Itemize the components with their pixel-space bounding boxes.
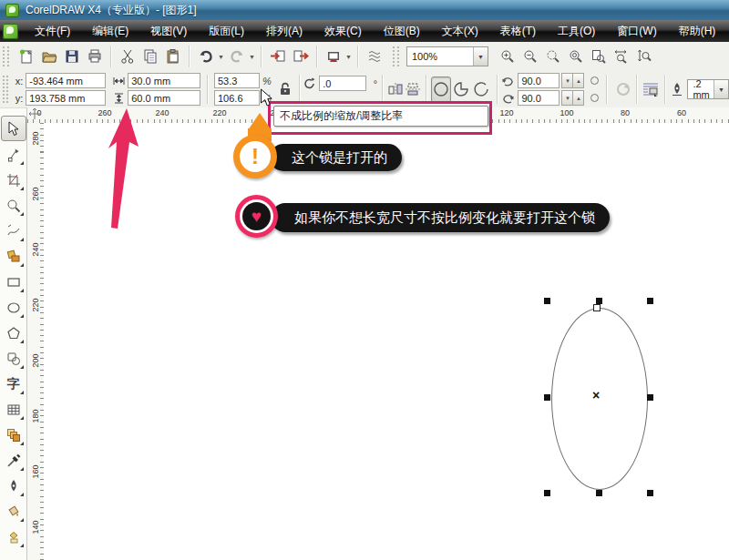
tool-outline-pen[interactable] — [2, 474, 26, 498]
chevron-down-icon[interactable]: ▼ — [714, 80, 728, 98]
object-width-field[interactable]: 30.0 mm — [128, 73, 200, 88]
launcher-dropdown[interactable]: ▼ — [344, 46, 353, 68]
menu-tools[interactable]: 工具(O) — [549, 21, 604, 42]
tool-text[interactable]: 字 — [2, 372, 26, 396]
menu-bitmaps[interactable]: 位图(B) — [375, 21, 429, 42]
menu-window[interactable]: 窗口(W) — [608, 21, 665, 42]
tool-interactive-fill[interactable] — [2, 525, 26, 549]
toolbar-grip[interactable] — [3, 46, 9, 66]
cut-button[interactable] — [116, 46, 139, 68]
application-launcher-button[interactable] — [322, 46, 344, 68]
percent-label: % — [262, 76, 272, 87]
ruler-label: 200 — [31, 353, 40, 368]
pie-mode-button[interactable] — [451, 76, 471, 103]
y-position-field[interactable]: 193.758 mm — [26, 90, 106, 106]
menu-arrange[interactable]: 排列(A) — [257, 21, 312, 42]
clipboard-icon — [165, 48, 181, 65]
new-document-button[interactable] — [15, 46, 37, 68]
spinner-up-icon[interactable]: ▲ — [572, 73, 584, 88]
zoom-out-button[interactable] — [519, 46, 541, 68]
titlebar[interactable]: CorelDRAW X4（专业版）- [图形1] — [0, 0, 729, 21]
tool-crop[interactable] — [2, 168, 26, 192]
ruler-origin-icon[interactable] — [29, 108, 42, 121]
tool-rectangle[interactable] — [2, 270, 26, 294]
tool-zoom[interactable] — [2, 194, 26, 218]
arc-mode-button[interactable] — [471, 76, 491, 103]
ellipse-node[interactable] — [593, 304, 601, 311]
zoom-all-objects-button[interactable] — [564, 46, 587, 68]
copy-button[interactable] — [139, 46, 161, 68]
y-label: y: — [14, 93, 23, 104]
x-position-field[interactable]: -93.464 mm — [26, 73, 106, 88]
menu-help[interactable]: 帮助(H) — [670, 21, 725, 42]
undo-button[interactable] — [194, 46, 217, 68]
undo-dropdown[interactable]: ▼ — [217, 46, 225, 68]
toolbar-grip[interactable] — [393, 46, 399, 66]
tool-smart-fill[interactable] — [2, 245, 26, 269]
export-button[interactable] — [289, 46, 312, 68]
ellipse-mode-button[interactable] — [431, 76, 451, 103]
menu-table[interactable]: 表格(T) — [491, 21, 545, 42]
tool-blend[interactable] — [2, 423, 26, 447]
selection-handle-bottom-left[interactable] — [544, 490, 550, 496]
wrap-text-button[interactable] — [642, 78, 660, 101]
tool-ellipse[interactable] — [2, 296, 26, 320]
mirror-vertical-button[interactable] — [404, 78, 421, 101]
menu-file[interactable]: 文件(F) — [26, 21, 79, 42]
redo-dropdown[interactable]: ▼ — [248, 46, 256, 68]
scale-horizontal-field[interactable]: 53.3 — [214, 73, 260, 88]
zoom-page-width-button[interactable] — [610, 46, 632, 68]
menu-view[interactable]: 视图(V) — [141, 21, 196, 42]
selection-handle-top-right[interactable] — [647, 298, 653, 304]
redo-button[interactable] — [225, 46, 248, 68]
selection-handle-top-center[interactable] — [596, 298, 602, 304]
zoom-in-button[interactable] — [496, 46, 519, 68]
outline-width-combo[interactable]: .2 mm ▼ — [687, 79, 729, 99]
paste-button[interactable] — [161, 46, 184, 68]
zoom-level-combo[interactable]: 100% ▼ — [406, 46, 488, 66]
menu-effects[interactable]: 效果(C) — [315, 21, 371, 42]
rotation-angle-field[interactable]: .0 — [319, 76, 366, 91]
arc-end-angle-field[interactable]: 90.0 — [518, 90, 560, 106]
welcome-screen-button[interactable] — [363, 46, 385, 68]
selection-handle-top-left[interactable] — [544, 298, 550, 304]
chevron-down-icon[interactable]: ▼ — [473, 47, 488, 66]
document-app-icon[interactable] — [3, 24, 18, 39]
tool-basic-shapes[interactable] — [2, 347, 26, 371]
menu-text[interactable]: 文本(X) — [433, 21, 488, 42]
tool-table[interactable] — [2, 398, 26, 422]
scale-ratio-lock-button[interactable] — [277, 78, 294, 101]
mirror-horizontal-button[interactable] — [386, 78, 404, 101]
object-height-field[interactable]: 60.0 mm — [128, 90, 200, 106]
tool-fill[interactable] — [2, 500, 26, 524]
tool-eyedropper[interactable] — [2, 449, 26, 473]
tool-freehand[interactable] — [2, 219, 26, 243]
print-button[interactable] — [83, 46, 106, 68]
scale-vertical-field[interactable]: 106.6 — [214, 90, 260, 106]
zoom-page-height-button[interactable] — [632, 46, 655, 68]
menu-edit[interactable]: 编辑(E) — [83, 21, 138, 42]
import-button[interactable] — [266, 46, 289, 68]
arc-start-angle-field[interactable]: 90.0 — [518, 73, 560, 88]
change-direction-button[interactable] — [614, 78, 631, 101]
selection-handle-middle-left[interactable] — [544, 394, 550, 401]
propbar-separator — [606, 75, 607, 104]
tool-pick[interactable] — [1, 116, 26, 141]
open-button[interactable] — [37, 46, 60, 68]
spinner-up-icon[interactable]: ▲ — [572, 90, 584, 106]
selection-handle-bottom-center[interactable] — [596, 490, 602, 496]
save-button[interactable] — [60, 46, 83, 68]
zoom-page-button[interactable] — [587, 46, 610, 68]
zoom-selected-button[interactable] — [541, 46, 564, 68]
tool-polygon[interactable] — [2, 321, 26, 345]
propbar-separator — [207, 75, 208, 104]
advice-text: 如果你不想长宽尺寸不按比例变化就要打开这个锁 — [294, 209, 595, 227]
arc-end-spinner: ▼ ▲ — [562, 90, 584, 106]
selection-handle-middle-right[interactable] — [647, 394, 653, 401]
ruler-label: 160 — [31, 464, 40, 479]
tool-shape[interactable] — [2, 143, 26, 167]
toolbar-separator — [316, 46, 317, 67]
selection-handle-bottom-right[interactable] — [647, 490, 653, 496]
toolbar-grip[interactable] — [3, 76, 8, 103]
menu-layout[interactable]: 版面(L) — [200, 21, 253, 42]
